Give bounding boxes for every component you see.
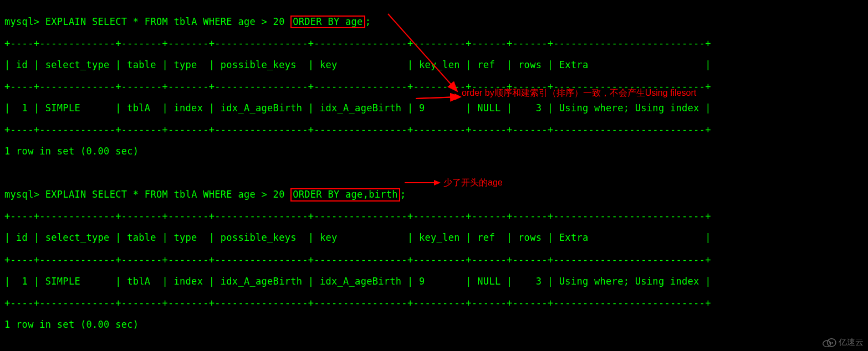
table-border: +----+-------------+-------+-------+----… [4,298,864,309]
table-border: +----+-------------+-------+-------+----… [4,81,864,92]
cloud-icon [821,337,837,348]
annotation-main: order by顺序和建索引（排序）一致，不会产生Using filesort [462,87,696,99]
mysql-prompt: mysql> [4,189,39,200]
table-data-row: | 1 | SIMPLE | tblA | index | idx_A_ageB… [4,276,864,287]
annotation-partial: 少了开头的age [443,177,503,189]
table-border: +----+-------------+-------+-------+----… [4,211,864,222]
query-line-1: mysql> EXPLAIN SELECT * FROM tblA WHERE … [4,17,864,28]
table-data-row: | 1 | SIMPLE | tblA | index | idx_A_ageB… [4,103,864,114]
result-message: 1 row in set (0.00 sec) [4,146,864,157]
mysql-prompt: mysql> [4,16,39,27]
svg-point-10 [829,342,831,344]
query-2-prefix: EXPLAIN SELECT * FROM tblA WHERE age > 2… [45,189,290,200]
blank-line [4,168,864,179]
query-2-suffix: ; [400,189,406,200]
result-message: 1 row in set (0.00 sec) [4,319,864,331]
svg-point-11 [831,342,833,344]
svg-point-9 [828,339,836,347]
terminal-output: mysql> EXPLAIN SELECT * FROM tblA WHERE … [0,0,868,351]
query-1-suffix: ; [365,16,371,27]
highlight-order-by-age: ORDER BY age [290,16,365,29]
query-1-prefix: EXPLAIN SELECT * FROM tblA WHERE age > 2… [45,16,290,27]
watermark: 亿速云 [821,337,864,348]
table-headers: | id | select_type | table | type | poss… [4,60,864,71]
watermark-text: 亿速云 [839,337,864,348]
table-border: +----+-------------+-------+-------+----… [4,38,864,49]
blank-line [4,341,864,351]
table-border: +----+-------------+-------+-------+----… [4,255,864,266]
table-headers: | id | select_type | table | type | poss… [4,233,864,244]
highlight-order-by-age-birth: ORDER BY age,birth [290,188,400,202]
table-border: +----+-------------+-------+-------+----… [4,125,864,136]
query-line-2: mysql> EXPLAIN SELECT * FROM tblA WHERE … [4,189,864,200]
